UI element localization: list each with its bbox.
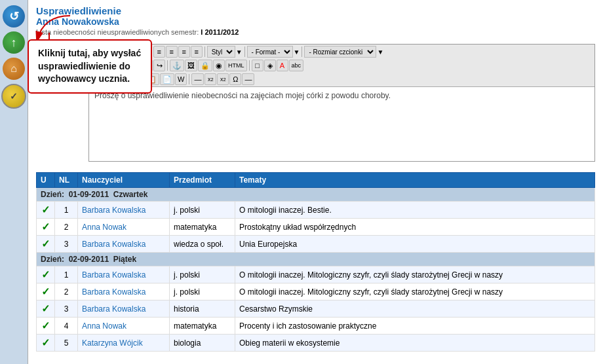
align-right-button[interactable]: ≡	[178, 46, 190, 58]
check-mark: ✓	[41, 221, 50, 232]
align-left-button[interactable]: ≡	[153, 46, 165, 58]
topic-cell: Obieg materii w ekosystemie	[235, 335, 595, 352]
check-cell: ✓	[37, 266, 55, 283]
home-icon[interactable]: ⌂	[3, 58, 25, 80]
callout-wrapper: Kliknij tutaj, aby wysłać usprawiedliwie…	[28, 39, 152, 94]
teacher-link[interactable]: Katarzyna Wójcik	[82, 338, 143, 348]
col-header-topics: Tematy	[235, 173, 595, 188]
lesson-number-cell: 5	[55, 335, 78, 352]
lesson-number-cell: 3	[55, 300, 78, 318]
table-row: ✓5Katarzyna WójcikbiologiaObieg materii …	[37, 335, 595, 352]
redo-button[interactable]: ↪	[153, 60, 165, 71]
subject-cell: j. polski	[170, 202, 235, 219]
teacher-cell: Katarzyna Wójcik	[78, 335, 170, 352]
teacher-link[interactable]: Barbara Kowalska	[82, 206, 146, 215]
divider-2	[204, 46, 205, 57]
color-button[interactable]: A	[277, 60, 288, 71]
paste-word-button[interactable]: W	[175, 73, 187, 85]
main-content: Usprawiedliwienie Anna Nowakowska Lista …	[28, 0, 603, 364]
check-mark: ✓	[41, 238, 50, 249]
rich-text-editor[interactable]: B I U ABC ≡ ≡ ≡ ≡ Styl ▼ - For	[88, 44, 595, 162]
divider-3	[244, 46, 245, 57]
day-name: Piątek	[113, 255, 136, 264]
check-mark: ✓	[41, 286, 50, 297]
task-icon[interactable]: ✓	[1, 84, 26, 109]
paste-text-button[interactable]: 📄	[160, 73, 174, 85]
teacher-cell: Anna Nowak	[78, 219, 170, 236]
teacher-link[interactable]: Barbara Kowalska	[82, 287, 146, 297]
day-label: Dzień:	[41, 255, 69, 264]
check-cell: ✓	[37, 318, 55, 335]
check-cell: ✓	[37, 202, 55, 219]
teacher-cell: Barbara Kowalska	[78, 300, 170, 318]
teacher-link[interactable]: Barbara Kowalska	[82, 240, 146, 249]
align-center-button[interactable]: ≡	[166, 46, 178, 58]
editor-content-area[interactable]: Proszę o usprawiedliwienie nieobecności …	[89, 87, 594, 139]
check-mark: ✓	[41, 269, 50, 280]
subject-cell: matematyka	[170, 219, 235, 236]
table-row: ✓3Barbara Kowalskawiedza o społ.Unia Eur…	[37, 236, 595, 253]
check-mark: ✓	[41, 204, 50, 215]
topic-cell: Procenty i ich zastosowanie praktyczne	[235, 318, 595, 335]
subject-cell: j. polski	[170, 266, 235, 283]
align-justify-button[interactable]: ≡	[191, 46, 203, 58]
table-row: ✓1Barbara Kowalskaj. polskiO mitologii i…	[37, 202, 595, 219]
table-header-row: U NL Nauczyciel Przedmiot Tematy	[37, 173, 595, 188]
day-name: Czwartek	[113, 190, 148, 199]
callout-arrow	[31, 14, 77, 41]
table-row: ✓2Anna NowakmatematykaProstokątny układ …	[37, 219, 595, 236]
toolbar-row-1: B I U ABC ≡ ≡ ≡ ≡ Styl ▼ - For	[91, 46, 593, 58]
lesson-number-cell: 1	[55, 266, 78, 283]
header: Usprawiedliwienie Anna Nowakowska Lista …	[36, 5, 595, 36]
char-button[interactable]: □	[252, 60, 263, 71]
sub-button[interactable]: x2	[204, 73, 216, 85]
col-header-subject: Przedmiot	[170, 173, 235, 188]
divider-6	[249, 60, 250, 71]
teacher-link[interactable]: Barbara Kowalska	[82, 270, 146, 280]
highlight-button[interactable]: abc	[289, 60, 304, 71]
teacher-link[interactable]: Barbara Kowalska	[82, 304, 146, 314]
semester-info: Lista nieobecności nieusprawiedliwionych…	[36, 28, 595, 36]
char2-button[interactable]: ◈	[264, 60, 276, 71]
teacher-link[interactable]: Anna Nowak	[82, 223, 126, 232]
check-cell: ✓	[37, 335, 55, 352]
lesson-number-cell: 2	[55, 219, 78, 236]
teacher-cell: Anna Nowak	[78, 318, 170, 335]
refresh-icon[interactable]: ↺	[3, 5, 25, 27]
html-button[interactable]: HTML	[225, 60, 247, 71]
table-row: ✓4Anna NowakmatematykaProcenty i ich zas…	[37, 318, 595, 335]
check-mark: ✓	[41, 320, 50, 331]
link-button[interactable]: ⚓	[170, 60, 184, 71]
line-button[interactable]: —	[242, 73, 254, 85]
check-cell: ✓	[37, 219, 55, 236]
toolbar-row-3: ✏ ▦ ✂ ⎘ 📋 📄 W — x2 x2 Ω —	[91, 73, 593, 85]
topic-cell: O mitologii inaczej. Mitologiczny szyfr,…	[235, 283, 595, 300]
day-label: Dzień:	[41, 190, 69, 199]
day-header-row: Dzień: 01-09-2011 Czwartek	[37, 188, 595, 202]
day-date: 01-09-2011	[69, 190, 109, 199]
media-button[interactable]: ◉	[213, 60, 225, 71]
table-row: ✓2Barbara Kowalskaj. polskiO mitologii i…	[37, 283, 595, 300]
format-select[interactable]: - Format -	[247, 46, 293, 58]
callout-box[interactable]: Kliknij tutaj, aby wysłać usprawiedliwie…	[28, 39, 152, 94]
topic-cell: Cesarstwo Rzymskie	[235, 300, 595, 318]
style-select[interactable]: Styl	[207, 46, 235, 58]
omega-button[interactable]: Ω	[229, 73, 241, 85]
up-icon[interactable]: ↑	[3, 31, 25, 54]
attendance-table: U NL Nauczyciel Przedmiot Tematy Dzień: …	[36, 172, 595, 352]
fontsize-select[interactable]: - Rozmiar czcionki -	[304, 46, 376, 58]
toolbar: B I U ABC ≡ ≡ ≡ ≡ Styl ▼ - For	[89, 45, 594, 87]
check-cell: ✓	[37, 283, 55, 300]
toolbar-row-2: ≡ ≡ ⇥ ⇤ ↩ ↪ ⚓ 🖼 🔒 ◉ HTML □ ◈ A abc	[91, 60, 593, 71]
check-mark: ✓	[41, 303, 50, 314]
col-header-u: U	[37, 173, 55, 188]
teacher-link[interactable]: Anna Nowak	[82, 321, 126, 331]
hr-button[interactable]: —	[191, 73, 204, 85]
day-header-row: Dzień: 02-09-2011 Piątek	[37, 253, 595, 266]
lock-button[interactable]: 🔒	[198, 60, 212, 71]
sup-button[interactable]: x2	[217, 73, 229, 85]
student-name: Anna Nowakowska	[36, 16, 595, 27]
image-button[interactable]: 🖼	[185, 60, 197, 71]
page-title: Usprawiedliwienie	[36, 5, 595, 16]
lesson-number-cell: 3	[55, 236, 78, 253]
